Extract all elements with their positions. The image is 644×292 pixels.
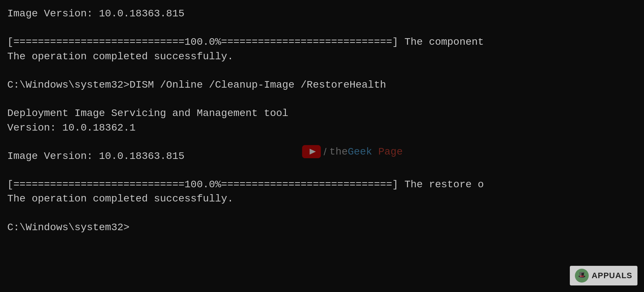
terminal-line: The operation completed successfully. (7, 49, 637, 64)
terminal-line: The operation completed successfully. (7, 192, 637, 206)
terminal-line-empty (7, 21, 637, 35)
terminal-line-empty (7, 206, 637, 220)
terminal-prompt: C:\Windows\system32> (7, 220, 637, 235)
terminal-progress-line-2: [============================100.0%=====… (7, 177, 637, 192)
terminal-line-empty (7, 163, 637, 177)
terminal-line-empty (7, 135, 637, 149)
terminal-line-empty (7, 64, 637, 78)
terminal-line: Version: 10.0.18362.1 (7, 121, 637, 135)
terminal-line: Image Version: 10.0.18363.815 (7, 7, 637, 21)
appuals-avatar (575, 269, 589, 283)
terminal-line-empty (7, 92, 637, 106)
terminal-window: Image Version: 10.0.18363.815 [=========… (0, 0, 644, 292)
appuals-label: APPUALS (592, 270, 632, 281)
terminal-image-version: Image Version: 10.0.18363.815 (7, 149, 637, 163)
terminal-dism-command: C:\Windows\system32>DISM /Online /Cleanu… (7, 78, 637, 92)
terminal-progress-line: [============================100.0%=====… (7, 35, 637, 49)
terminal-line: Deployment Image Servicing and Managemen… (7, 106, 637, 120)
appuals-badge: APPUALS (570, 266, 637, 285)
